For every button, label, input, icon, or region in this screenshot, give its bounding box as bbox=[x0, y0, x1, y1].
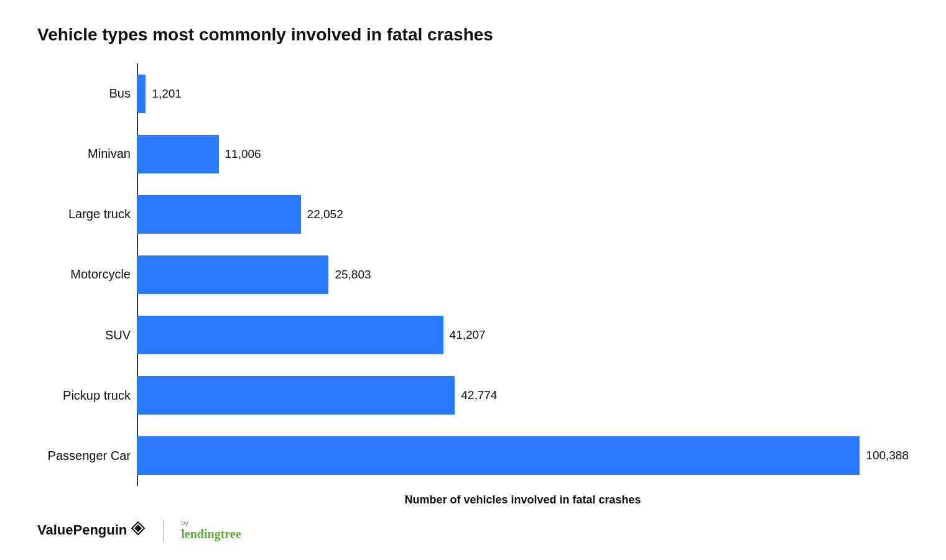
bar bbox=[137, 436, 860, 475]
brand-separator bbox=[163, 519, 164, 541]
bar-label: Pickup truck bbox=[34, 388, 131, 403]
brand-valuepenguin: ValuePenguin bbox=[37, 521, 146, 539]
bar-row: Large truck22,052 bbox=[137, 193, 909, 236]
bar-row: Minivan11,006 bbox=[137, 132, 909, 176]
lendingtree-text: lendingtree bbox=[181, 527, 241, 541]
bar-value-label: 100,388 bbox=[866, 449, 909, 462]
x-axis-label: Number of vehicles involved in fatal cra… bbox=[37, 493, 909, 507]
bars-container: Bus1,201Minivan11,006Large truck22,052Mo… bbox=[37, 63, 909, 486]
bar-value-label: 41,207 bbox=[450, 328, 486, 342]
bar bbox=[137, 376, 455, 415]
bar-row: Pickup truck42,774 bbox=[137, 374, 909, 417]
bar-label: Minivan bbox=[34, 147, 131, 161]
bar-row: Motorcycle25,803 bbox=[137, 253, 909, 296]
bar-label: SUV bbox=[34, 328, 131, 342]
bar-label: Motorcycle bbox=[34, 267, 131, 282]
footer: ValuePenguin by lendingtree bbox=[37, 519, 909, 541]
bar-row: SUV41,207 bbox=[137, 313, 909, 357]
chart-title: Vehicle types most commonly involved in … bbox=[37, 25, 909, 45]
brand-lendingtree: by lendingtree bbox=[181, 519, 241, 541]
bar-label: Passenger Car bbox=[34, 449, 131, 463]
bar bbox=[137, 316, 443, 354]
svg-marker-1 bbox=[134, 525, 142, 532]
bar-value-label: 22,052 bbox=[307, 208, 343, 221]
chart-area: Bus1,201Minivan11,006Large truck22,052Mo… bbox=[37, 63, 909, 507]
bar bbox=[137, 195, 301, 234]
bar-value-label: 11,006 bbox=[225, 147, 261, 161]
bar-value-label: 1,201 bbox=[152, 87, 182, 101]
bar-value-label: 42,774 bbox=[461, 388, 497, 402]
bar-value-label: 25,803 bbox=[335, 268, 371, 282]
bar-label: Large truck bbox=[34, 207, 131, 221]
bar bbox=[137, 255, 328, 294]
by-text: by bbox=[181, 519, 188, 526]
bar-row: Passenger Car100,388 bbox=[137, 434, 909, 477]
vp-icon bbox=[131, 521, 146, 539]
valuepenguin-text: ValuePenguin bbox=[37, 522, 127, 538]
bar-label: Bus bbox=[34, 86, 131, 101]
bar bbox=[137, 135, 219, 173]
bar-row: Bus1,201 bbox=[137, 72, 909, 116]
bar bbox=[137, 75, 146, 113]
